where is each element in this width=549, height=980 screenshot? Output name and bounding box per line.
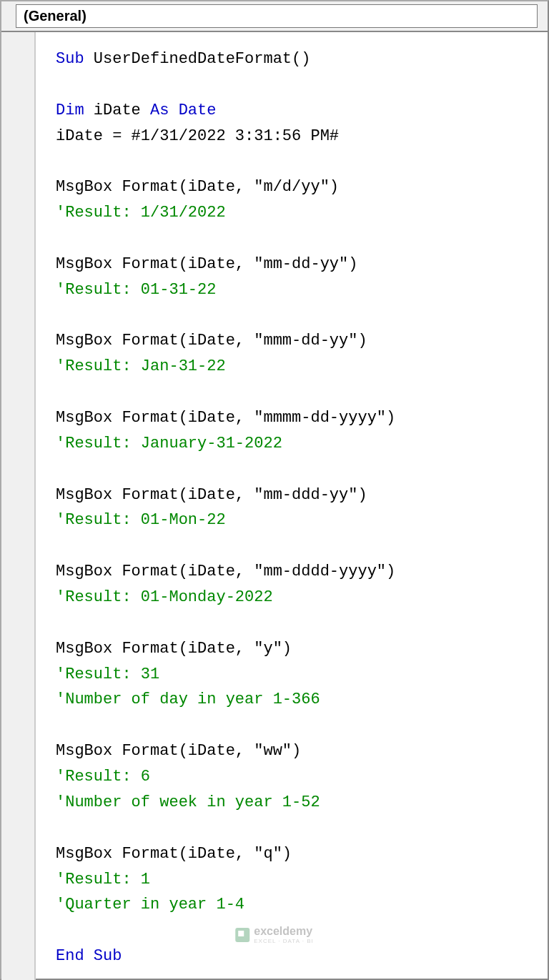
watermark-logo-icon [235, 928, 249, 942]
margin-indicator-bar [1, 32, 36, 980]
code-line [56, 72, 395, 98]
code-line [56, 816, 395, 841]
code-line: 'Result: 01-31-22 [56, 277, 395, 303]
code-line: 'Quarter in year 1-4 [56, 892, 395, 918]
code-line: 'Result: 1/31/2022 [56, 200, 395, 226]
object-dropdown[interactable]: (General) [16, 4, 538, 28]
code-line: MsgBox Format(iDate, "y") [56, 636, 395, 662]
code-line: 'Result: 6 [56, 764, 395, 790]
watermark: exceldemy EXCEL · DATA · BI [235, 925, 314, 944]
code-line [56, 457, 395, 482]
watermark-text-wrap: exceldemy EXCEL · DATA · BI [254, 925, 314, 944]
watermark-brand: exceldemy [254, 925, 312, 937]
code-line [56, 149, 395, 174]
code-line: Sub UserDefinedDateFormat() [56, 46, 395, 72]
code-line: MsgBox Format(iDate, "mm-dd-yy") [56, 252, 395, 277]
vbe-window: (General) Sub UserDefinedDateFormat() Di… [0, 0, 549, 980]
code-line [56, 918, 395, 944]
code-line: 'Result: 31 [56, 662, 395, 688]
object-dropdown-text: (General) [24, 8, 86, 24]
code-line [56, 610, 395, 636]
code-line [56, 713, 395, 738]
code-line: MsgBox Format(iDate, "mm-dddd-yyyy") [56, 559, 395, 585]
code-pane: Sub UserDefinedDateFormat() Dim iDate As… [1, 32, 548, 980]
code-line [56, 303, 395, 329]
code-line: MsgBox Format(iDate, "mmmm-dd-yyyy") [56, 405, 395, 431]
watermark-tagline: EXCEL · DATA · BI [254, 938, 314, 944]
code-line [56, 226, 395, 252]
code-line: Dim iDate As Date [56, 98, 395, 124]
code-line: 'Result: 01-Monday-2022 [56, 585, 395, 610]
code-line: iDate = #1/31/2022 3:31:56 PM# [56, 124, 395, 149]
code-line: 'Result: Jan-31-22 [56, 354, 395, 380]
code-line: MsgBox Format(iDate, "m/d/yy") [56, 174, 395, 200]
code-line: 'Result: January-31-2022 [56, 431, 395, 457]
code-line: MsgBox Format(iDate, "ww") [56, 738, 395, 764]
code-line: 'Number of day in year 1-366 [56, 687, 395, 713]
code-line: 'Result: 1 [56, 867, 395, 893]
code-line: 'Result: 01-Mon-22 [56, 508, 395, 533]
code-line: 'Number of week in year 1-52 [56, 790, 395, 816]
code-line: MsgBox Format(iDate, "mmm-dd-yy") [56, 328, 395, 354]
code-editor[interactable]: Sub UserDefinedDateFormat() Dim iDate As… [36, 32, 395, 980]
dropdown-bar: (General) [1, 1, 548, 32]
code-line [56, 380, 395, 405]
code-line: MsgBox Format(iDate, "q") [56, 841, 395, 867]
code-line: MsgBox Format(iDate, "mm-ddd-yy") [56, 482, 395, 508]
code-line: End Sub [56, 944, 395, 969]
code-line [56, 533, 395, 559]
